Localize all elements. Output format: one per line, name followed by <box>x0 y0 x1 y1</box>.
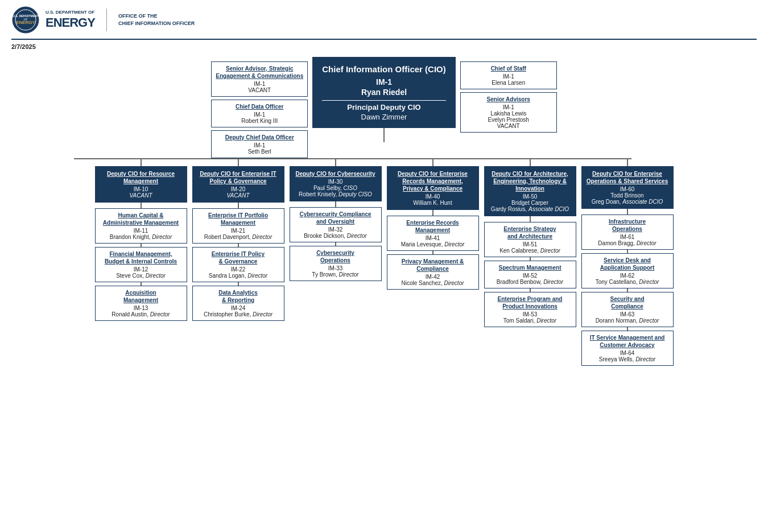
senior-advisor-title: Senior Advisor, StrategicEngagement & Co… <box>216 65 303 80</box>
deputy-cybersecurity-col: Deputy CIO for Cybersecurity IM-30 Paul … <box>288 159 382 281</box>
infrastructure-ops-box: InfrastructureOperations IM-61 Damon Bra… <box>581 215 674 250</box>
header-divider <box>106 9 107 31</box>
deputy-records-col: Deputy CIO for EnterpriseRecords Managem… <box>386 159 480 290</box>
dcdo-title: Deputy Chief Data Officer <box>216 134 303 141</box>
deputy-cybersecurity-box: Deputy CIO for Cybersecurity IM-30 Paul … <box>290 166 382 201</box>
security-compliance-box: Security andCompliance IM-63 Dorann Norm… <box>581 292 674 327</box>
it-portfolio-mgmt-box: Enterprise IT PortfolioManagement IM-21 … <box>192 208 284 244</box>
top-right-group: Chief of Staff IM-1 Elena Larsen Senior … <box>460 61 557 133</box>
cdo-title: Chief Data Officer <box>216 103 303 110</box>
cio-name: Ryan Riedel <box>322 88 446 97</box>
cyber-operations-box: CybersecurityOperations IM-33 Ty Brown, … <box>290 246 382 281</box>
human-capital-box: Human Capital &Administrative Management… <box>95 208 187 244</box>
svg-text:ENERGY: ENERGY <box>16 20 35 25</box>
financial-mgmt-box: Financial Management,Budget & Internal C… <box>95 247 187 282</box>
top-left-group: Senior Advisor, StrategicEngagement & Co… <box>211 61 308 158</box>
acquisition-mgmt-box: AcquisitionManagement IM-13 Ronald Austi… <box>95 286 187 321</box>
enterprise-strategy-box: Enterprise Strategyand Architecture IM-5… <box>484 222 576 257</box>
dept-label: U.S. DEPARTMENT OF <box>46 10 95 15</box>
deputy-resource-mgmt-box: Deputy CIO for ResourceManagement IM-10 … <box>95 166 187 203</box>
office-title: OFFICE OF THE CHIEF INFORMATION OFFICER <box>118 13 195 28</box>
deputy-eoss-col: Deputy CIO for EnterpriseOperations & Sh… <box>580 159 674 366</box>
service-desk-box: Service Desk andApplication Support IM-6… <box>581 253 674 288</box>
senior-advisor-box: Senior Advisor, StrategicEngagement & Co… <box>211 61 308 97</box>
cos-title: Chief of Staff <box>465 65 552 72</box>
deputy-resource-mgmt-col: Deputy CIO for ResourceManagement IM-10 … <box>94 159 188 321</box>
doe-emblem: U.S. DEPARTMENT OF ENERGY <box>11 6 40 34</box>
it-policy-governance-box: Enterprise IT Policy& Governance IM-22 S… <box>192 247 284 282</box>
energy-label: ENERGY <box>46 15 95 30</box>
deputy-records-box: Deputy CIO for EnterpriseRecords Managem… <box>387 166 479 210</box>
date-label: 2/7/2025 <box>11 43 757 50</box>
cio-center: Chief Information Officer (CIO) IM-1 Rya… <box>312 57 456 142</box>
deputy-aeti-col: Deputy CIO for Architecture,Engineering,… <box>483 159 577 327</box>
cio-code: IM-1 <box>322 77 446 86</box>
logo-area: U.S. DEPARTMENT OF ENERGY U.S. DEPARTMEN… <box>11 6 195 34</box>
deputy-it-policy-box: Deputy CIO for Enterprise ITPolicy & Gov… <box>192 166 284 203</box>
cyber-compliance-box: Cybersecurity Complianceand Oversight IM… <box>290 207 382 242</box>
chief-of-staff-box: Chief of Staff IM-1 Elena Larsen <box>460 61 557 89</box>
privacy-compliance-box: Privacy Management &Compliance IM-42 Nic… <box>387 254 479 290</box>
org-inner: Senior Advisor, StrategicEngagement & Co… <box>11 57 757 366</box>
enterprise-program-box: Enterprise Program andProduct Innovation… <box>484 292 576 327</box>
enterprise-records-box: Enterprise RecordsManagement IM-41 Maria… <box>387 216 479 251</box>
deputy-eoss-box: Deputy CIO for EnterpriseOperations & Sh… <box>581 166 674 209</box>
cio-vline <box>383 128 385 142</box>
deputy-cio-name: Dawn Zimmer <box>322 113 446 121</box>
deputies-row: Deputy CIO for ResourceManagement IM-10 … <box>17 159 751 366</box>
page-header: U.S. DEPARTMENT OF ENERGY U.S. DEPARTMEN… <box>11 6 757 40</box>
cio-title: Chief Information Officer (CIO) <box>322 64 446 75</box>
chief-data-officer-box: Chief Data Officer IM-1 Robert King III <box>211 100 308 127</box>
deputy-aeti-box: Deputy CIO for Architecture,Engineering,… <box>484 166 576 216</box>
spectrum-mgmt-box: Spectrum Management IM-52 Bradford Benbo… <box>484 261 576 288</box>
data-analytics-box: Data Analytics& Reporting IM-24 Christop… <box>192 286 284 321</box>
top-row: Senior Advisor, StrategicEngagement & Co… <box>17 57 751 158</box>
deputy-cio-title: Principal Deputy CIO <box>322 103 446 112</box>
it-service-mgmt-box: IT Service Management andCustomer Advoca… <box>581 331 674 366</box>
cio-box: Chief Information Officer (CIO) IM-1 Rya… <box>312 57 456 128</box>
deputy-it-policy-col: Deputy CIO for Enterprise ITPolicy & Gov… <box>191 159 285 321</box>
org-chart: Senior Advisor, StrategicEngagement & Co… <box>11 57 757 366</box>
deputy-cdo-box: Deputy Chief Data Officer IM-1 Seth Berl <box>211 130 308 158</box>
senior-advisors-box: Senior Advisors IM-1 Lakisha Lewis Evely… <box>460 92 557 133</box>
sa-title: Senior Advisors <box>465 96 552 103</box>
